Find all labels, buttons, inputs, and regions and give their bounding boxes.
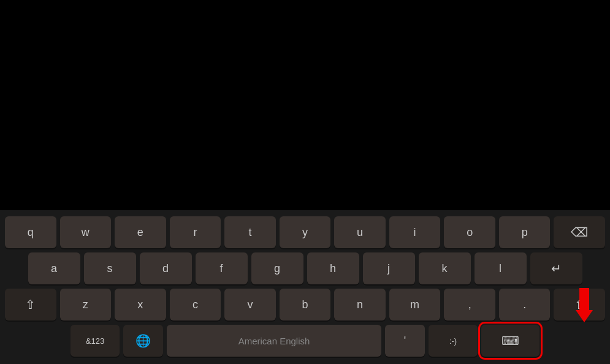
key-apostrophe[interactable]: ': [385, 325, 425, 357]
key-globe[interactable]: 🌐: [123, 325, 163, 357]
key-a[interactable]: a: [28, 252, 80, 284]
key-i[interactable]: i: [389, 216, 441, 248]
key-w[interactable]: w: [60, 216, 112, 248]
key-z[interactable]: z: [60, 289, 112, 320]
keyboard-row-3: ⇧ z x c v b n m , . ⇧: [5, 289, 605, 320]
key-c[interactable]: c: [170, 289, 221, 320]
key-shift-left[interactable]: ⇧: [5, 289, 56, 320]
key-shift-right[interactable]: ⇧: [554, 289, 605, 320]
key-enter[interactable]: ↵: [530, 252, 582, 284]
key-f[interactable]: f: [196, 252, 248, 284]
key-d[interactable]: d: [140, 252, 192, 284]
key-b[interactable]: b: [280, 289, 331, 320]
key-l[interactable]: l: [475, 252, 527, 284]
key-n[interactable]: n: [334, 289, 386, 320]
key-r[interactable]: r: [170, 216, 221, 248]
key-j[interactable]: j: [363, 252, 415, 284]
key-q[interactable]: q: [5, 216, 56, 248]
key-o[interactable]: o: [444, 216, 495, 248]
key-period[interactable]: .: [499, 289, 551, 320]
key-backspace[interactable]: ⌫: [554, 216, 605, 248]
virtual-keyboard: q w e r t y u i o p ⌫ a s d f g h j k l …: [0, 210, 610, 364]
key-emoji[interactable]: :-): [429, 325, 478, 357]
key-k[interactable]: k: [419, 252, 471, 284]
key-g[interactable]: g: [251, 252, 303, 284]
key-s[interactable]: s: [84, 252, 136, 284]
key-y[interactable]: y: [280, 216, 331, 248]
key-e[interactable]: e: [115, 216, 166, 248]
key-h[interactable]: h: [307, 252, 359, 284]
key-u[interactable]: u: [334, 216, 386, 248]
key-v[interactable]: v: [224, 289, 276, 320]
keyboard-wrapper: q w e r t y u i o p ⌫ a s d f g h j k l …: [0, 210, 610, 364]
key-comma[interactable]: ,: [444, 289, 495, 320]
keyboard-row-2: a s d f g h j k l ↵: [5, 252, 605, 284]
key-hide-keyboard[interactable]: ⌨︎: [481, 325, 539, 357]
key-numbers[interactable]: &123: [71, 325, 120, 357]
key-p[interactable]: p: [499, 216, 551, 248]
keyboard-row-4: &123 🌐 American English ' :-) ⌨︎: [5, 325, 605, 357]
key-x[interactable]: x: [115, 289, 166, 320]
key-m[interactable]: m: [389, 289, 441, 320]
key-space[interactable]: American English: [167, 325, 381, 357]
key-t[interactable]: t: [224, 216, 276, 248]
keyboard-row-1: q w e r t y u i o p ⌫: [5, 216, 605, 248]
